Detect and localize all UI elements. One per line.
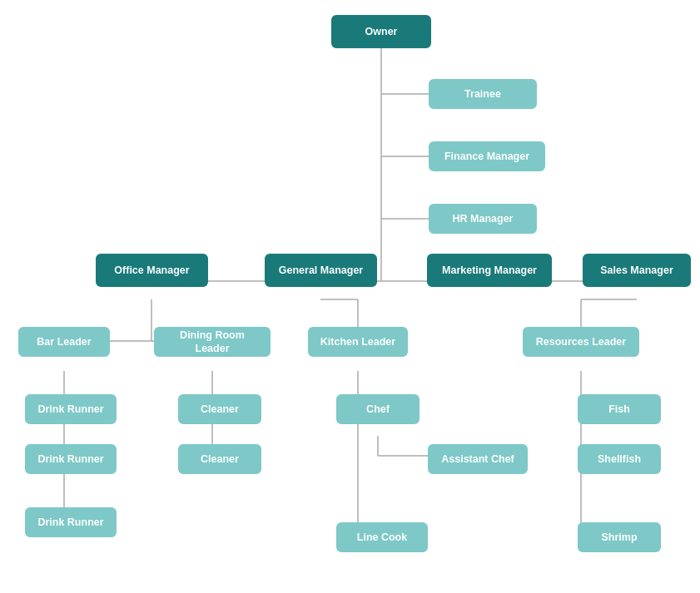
drink-runner-3-label: Drink Runner [37,516,103,529]
marketing-manager-node: Marketing Manager [427,254,552,287]
chef-label: Chef [366,403,390,416]
resources-leader-label: Resources Leader [536,335,626,348]
resources-leader-node: Resources Leader [523,327,639,357]
trainee-label: Trainee [464,87,501,101]
marketing-manager-label: Marketing Manager [442,264,537,277]
finance-manager-label: Finance Manager [444,150,529,163]
fish-node: Fish [578,394,661,424]
assistant-chef-node: Assistant Chef [428,444,528,474]
general-manager-node: General Manager [265,254,377,287]
dining-room-leader-node: Dining Room Leader [154,327,271,357]
sales-manager-node: Sales Manager [583,254,691,287]
bar-leader-label: Bar Leader [37,335,91,348]
drink-runner-2-label: Drink Runner [37,452,103,466]
office-manager-label: Office Manager [114,264,189,277]
cleaner-2-label: Cleaner [201,452,239,466]
shrimp-node: Shrimp [578,522,661,552]
org-chart: Owner Trainee Finance Manager HR Manager… [0,0,700,593]
kitchen-leader-node: Kitchen Leader [308,327,408,357]
dining-room-leader-label: Dining Room Leader [162,329,262,356]
drink-runner-3-node: Drink Runner [25,507,117,537]
general-manager-label: General Manager [279,264,363,277]
sales-manager-label: Sales Manager [600,264,673,277]
shellfish-label: Shellfish [598,452,641,466]
trainee-node: Trainee [429,79,537,109]
line-cook-label: Line Cook [357,531,407,544]
kitchen-leader-label: Kitchen Leader [320,335,395,348]
drink-runner-1-node: Drink Runner [25,394,117,424]
cleaner-1-node: Cleaner [178,394,261,424]
shellfish-node: Shellfish [578,444,661,474]
owner-node: Owner [331,15,431,48]
shrimp-label: Shrimp [601,531,637,544]
drink-runner-2-node: Drink Runner [25,444,117,474]
bar-leader-node: Bar Leader [18,327,110,357]
chef-node: Chef [336,394,420,424]
finance-manager-node: Finance Manager [429,141,545,171]
owner-label: Owner [365,25,398,38]
cleaner-1-label: Cleaner [201,403,239,416]
line-cook-node: Line Cook [336,522,428,552]
assistant-chef-label: Assistant Chef [441,452,514,466]
fish-label: Fish [608,403,630,416]
cleaner-2-node: Cleaner [178,444,261,474]
drink-runner-1-label: Drink Runner [37,403,103,416]
office-manager-node: Office Manager [96,254,208,287]
connector-svg [0,0,700,593]
hr-manager-node: HR Manager [429,204,537,234]
hr-manager-label: HR Manager [453,212,514,225]
